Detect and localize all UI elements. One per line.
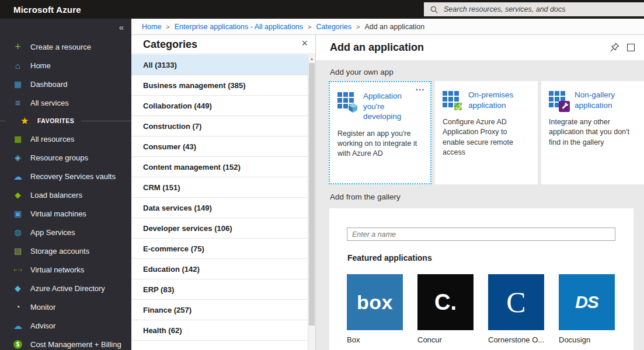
app-logo: DS bbox=[559, 274, 615, 330]
breadcrumb-item-home[interactable]: Home bbox=[142, 23, 161, 31]
category-row-business-management-385[interactable]: Business management (385) bbox=[131, 75, 308, 96]
category-row-construction-7[interactable]: Construction (7) bbox=[131, 116, 308, 136]
scroll-up-icon[interactable]: ▴ bbox=[308, 55, 315, 62]
home-icon: ⌂ bbox=[13, 61, 23, 71]
sidebar-item-load-balancers[interactable]: ◆Load balancers bbox=[0, 186, 131, 204]
category-row-developer-services-106[interactable]: Developer services (106) bbox=[131, 218, 308, 239]
global-search[interactable] bbox=[424, 2, 644, 16]
sidebar-item-label: FAVORITES bbox=[37, 117, 74, 124]
featured-applications-heading: Featured applications bbox=[347, 253, 432, 262]
breadcrumb-item-add-an-application: Add an application bbox=[364, 23, 424, 31]
breadcrumb: Home>Enterprise applications - All appli… bbox=[131, 19, 644, 35]
cloud-vault-icon: ☁ bbox=[13, 172, 23, 181]
app-name: Cornerstone O... bbox=[488, 335, 544, 344]
sidebar-item-label: All services bbox=[30, 99, 69, 107]
sidebar-item-label: Recovery Services vaults bbox=[30, 172, 116, 181]
category-row-consumer-43[interactable]: Consumer (43) bbox=[131, 136, 308, 157]
category-row-health-62[interactable]: Health (62) bbox=[131, 320, 308, 341]
category-row-erp-83[interactable]: ERP (83) bbox=[131, 279, 308, 300]
breadcrumb-item-enterprise-applications-all-applications[interactable]: Enterprise applications - All applicatio… bbox=[175, 23, 303, 31]
sidebar-item-label: All resources bbox=[30, 135, 74, 144]
grid-icon: ▦ bbox=[13, 134, 23, 144]
sidebar-item-recovery-services-vaults[interactable]: ☁Recovery Services vaults bbox=[0, 167, 131, 186]
sidebar-item-label: Storage accounts bbox=[30, 247, 89, 256]
sidebar-item-label: Virtual networks bbox=[30, 265, 84, 274]
breadcrumb-separator: > bbox=[166, 23, 169, 30]
sidebar-item-dashboard[interactable]: ▦Dashboard bbox=[0, 75, 131, 93]
sidebar-item-monitor[interactable]: ◔Monitor bbox=[0, 298, 131, 316]
sidebar-item-label: Create a resource bbox=[30, 43, 91, 51]
featured-app-concur[interactable]: C.Concur bbox=[417, 274, 474, 344]
sidebar-item-advisor[interactable]: ☁Advisor bbox=[0, 316, 131, 335]
sidebar-item-label: Azure Active Directory bbox=[30, 284, 105, 293]
category-row-e-commerce-75[interactable]: E-commerce (75) bbox=[131, 239, 308, 259]
sidebar-item-label: Dashboard bbox=[30, 80, 68, 89]
sidebar-item-create-a-resource[interactable]: +Create a resource bbox=[0, 37, 131, 56]
globe-icon: ◍ bbox=[13, 228, 23, 237]
featured-tiles: boxBoxC.ConcurCCornerstone O...DSDocusig… bbox=[347, 274, 615, 344]
sidebar-item-all-resources[interactable]: ▦All resources bbox=[0, 130, 131, 148]
sidebar-item-virtual-machines[interactable]: ▣Virtual machines bbox=[0, 204, 131, 223]
plus-icon: + bbox=[13, 42, 23, 52]
card-description: Register an app you're working on to int… bbox=[337, 129, 423, 159]
sidebar-item-label: Monitor bbox=[30, 303, 55, 312]
sidebar-item-label: Home bbox=[30, 61, 51, 70]
sidebar-item-azure-active-directory[interactable]: ◆Azure Active Directory bbox=[0, 279, 131, 298]
sidebar-item-all-services[interactable]: ≡All services bbox=[0, 93, 131, 112]
card-application-developing[interactable]: ... Application you're developing Regist… bbox=[329, 81, 431, 184]
card-non-gallery-application[interactable]: Non-gallery application Integrate any ot… bbox=[541, 81, 644, 184]
category-row-finance-257[interactable]: Finance (257) bbox=[131, 300, 308, 320]
star-icon: ★ bbox=[20, 116, 30, 126]
dashboard-icon: ▦ bbox=[13, 79, 23, 89]
sidebar-item-app-services[interactable]: ◍App Services bbox=[0, 223, 131, 242]
gauge-icon: ◔ bbox=[13, 302, 23, 312]
sidebar-item-label: Resource groups bbox=[30, 153, 88, 162]
maximize-icon[interactable] bbox=[627, 44, 635, 51]
sidebar-nav: +Create a resource⌂Home▦Dashboard≡All se… bbox=[0, 37, 131, 350]
pin-icon[interactable] bbox=[610, 43, 619, 55]
gallery-panel: Featured applications boxBoxC.ConcurCCor… bbox=[329, 208, 633, 350]
sidebar-item-virtual-networks[interactable]: ‹··›Virtual networks bbox=[0, 260, 131, 279]
featured-app-cornerstone-o[interactable]: CCornerstone O... bbox=[488, 274, 544, 344]
sidebar: « +Create a resource⌂Home▦Dashboard≡All … bbox=[0, 19, 131, 350]
close-icon[interactable]: × bbox=[301, 37, 308, 49]
global-search-input[interactable] bbox=[443, 5, 629, 14]
sidebar-item-label: Cost Management + Billing bbox=[30, 340, 121, 349]
app-logo: C. bbox=[417, 274, 474, 330]
gallery-search-input[interactable] bbox=[347, 228, 615, 241]
category-row-all-3133[interactable]: All (3133) bbox=[131, 55, 308, 75]
monitor-icon: ▣ bbox=[13, 209, 23, 219]
featured-app-docusign[interactable]: DSDocusign bbox=[559, 274, 615, 344]
categories-scrollbar[interactable]: ▴ bbox=[308, 55, 315, 350]
scrollbar-thumb[interactable] bbox=[309, 63, 315, 326]
diamond-icon: ◆ bbox=[13, 190, 23, 200]
breadcrumb-item-categories[interactable]: Categories bbox=[316, 23, 351, 31]
app-logo: C bbox=[488, 274, 544, 330]
search-icon bbox=[430, 6, 438, 13]
categories-panel: Categories × All (3133)Business manageme… bbox=[131, 35, 316, 350]
sidebar-item-label: Virtual machines bbox=[30, 209, 86, 218]
sidebar-item-home[interactable]: ⌂Home bbox=[0, 56, 131, 75]
sidebar-item-storage-accounts[interactable]: ▤Storage accounts bbox=[0, 242, 131, 260]
sidebar-item-resource-groups[interactable]: ◈Resource groups bbox=[0, 148, 131, 167]
cube-icon: ◈ bbox=[13, 153, 23, 163]
category-row-crm-151[interactable]: CRM (151) bbox=[131, 177, 308, 198]
app-name: Concur bbox=[417, 335, 474, 344]
category-row-data-services-149[interactable]: Data services (149) bbox=[131, 198, 308, 218]
card-description: Configure Azure AD Application Proxy to … bbox=[443, 117, 530, 158]
sidebar-item-favorites: ★FAVORITES bbox=[0, 112, 131, 130]
own-app-heading: Add your own app bbox=[330, 68, 644, 76]
non-gallery-app-icon bbox=[549, 91, 568, 110]
category-row-education-142[interactable]: Education (142) bbox=[131, 259, 308, 279]
sidebar-collapse-icon[interactable]: « bbox=[119, 22, 124, 32]
add-application-header: Add an application bbox=[316, 35, 644, 60]
card-on-premises-application[interactable]: On-premises application Configure Azure … bbox=[435, 81, 538, 184]
featured-app-box[interactable]: boxBox bbox=[347, 274, 403, 344]
sidebar-item-cost-management-billing[interactable]: $Cost Management + Billing bbox=[0, 335, 131, 350]
list-icon: ≡ bbox=[13, 98, 23, 108]
gallery-heading: Add from the gallery bbox=[330, 192, 644, 201]
category-row-collaboration-449[interactable]: Collaboration (449) bbox=[131, 96, 308, 116]
category-row-content-management-152[interactable]: Content management (152) bbox=[131, 157, 308, 177]
network-icon: ‹··› bbox=[13, 265, 23, 275]
card-menu-icon[interactable]: ... bbox=[416, 83, 425, 92]
